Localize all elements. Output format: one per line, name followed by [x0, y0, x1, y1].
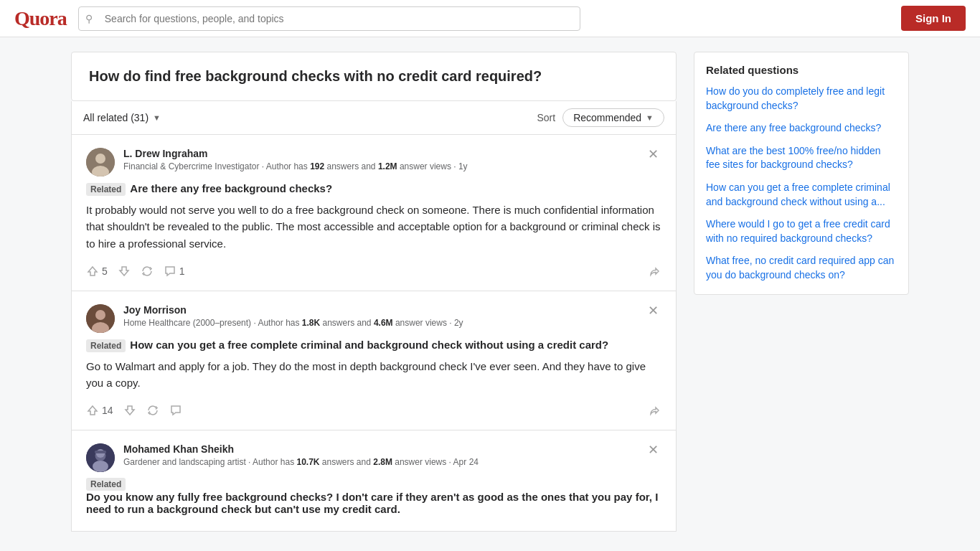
upvote-count: 14	[102, 405, 113, 416]
svg-rect-9	[95, 451, 106, 453]
upvote-button[interactable]: 14	[86, 401, 113, 420]
related-badge: Related	[86, 183, 126, 196]
answer-header: L. Drew Ingraham Financial & Cybercrime …	[86, 148, 661, 176]
answer-text: It probably would not serve you well to …	[86, 202, 661, 252]
related-question[interactable]: How can you get a free complete criminal…	[130, 339, 608, 351]
header: Quora ⚲ Sign In	[0, 0, 980, 37]
reshare-button[interactable]	[146, 401, 159, 420]
answers-list: L. Drew Ingraham Financial & Cybercrime …	[71, 135, 677, 532]
question-card: How do find free background checks with …	[71, 52, 677, 101]
share-icon	[649, 265, 661, 278]
header-right: Sign In	[901, 6, 966, 31]
related-question-link[interactable]: Where would I go to get a free credit ca…	[706, 217, 897, 245]
avatar	[86, 148, 115, 176]
share-button[interactable]	[649, 401, 661, 420]
related-row: Related How can you get a free complete …	[86, 339, 661, 352]
related-question[interactable]: Do you know any fully free background ch…	[86, 491, 661, 515]
avatar	[86, 304, 115, 333]
related-badge: Related	[86, 478, 126, 491]
related-questions-card: Related questions How do you do complete…	[694, 52, 909, 295]
upvote-icon	[86, 265, 99, 278]
author-meta: Home Healthcare (2000–present) · Author …	[123, 317, 463, 329]
dismiss-button[interactable]: ✕	[645, 304, 661, 317]
svg-point-4	[95, 310, 105, 320]
quora-logo: Quora	[14, 7, 67, 30]
downvote-button[interactable]	[123, 401, 136, 420]
chevron-down-icon: ▼	[153, 113, 161, 122]
comment-button[interactable]: 1	[164, 262, 185, 281]
downvote-button[interactable]	[118, 262, 131, 281]
all-related-label: All related (31)	[83, 112, 149, 123]
related-badge: Related	[86, 339, 126, 352]
author-info: Mohamed Khan Sheikh Gardener and landsca…	[86, 443, 479, 472]
author-details: Joy Morrison Home Healthcare (2000–prese…	[123, 304, 463, 329]
right-sidebar: Related questions How do you do complete…	[694, 52, 909, 295]
related-question-link[interactable]: What are the best 100% free/no hidden fe…	[706, 144, 897, 172]
author-details: L. Drew Ingraham Financial & Cybercrime …	[123, 148, 468, 173]
svg-point-10	[93, 461, 108, 472]
search-bar-container: ⚲	[78, 6, 580, 31]
related-question-link[interactable]: What free, no credit card required app c…	[706, 254, 897, 282]
related-question-link[interactable]: Are there any free background checks?	[706, 121, 897, 136]
avatar	[86, 443, 115, 472]
upvote-icon	[86, 404, 99, 417]
share-icon	[649, 404, 661, 417]
chevron-down-icon: ▼	[646, 113, 654, 122]
all-related-filter[interactable]: All related (31) ▼	[83, 112, 161, 123]
author-details: Mohamed Khan Sheikh Gardener and landsca…	[123, 443, 479, 468]
question-title: How do find free background checks with …	[89, 67, 659, 86]
related-question-link[interactable]: How can you get a free complete criminal…	[706, 181, 897, 209]
answer-text: Go to Walmart and apply for a job. They …	[86, 358, 661, 392]
sign-in-button[interactable]: Sign In	[901, 6, 966, 31]
answer-card: Mohamed Khan Sheikh Gardener and landsca…	[71, 430, 677, 532]
main-layout: How do find free background checks with …	[60, 37, 920, 546]
comment-icon	[164, 265, 176, 278]
share-button[interactable]	[649, 262, 661, 281]
search-input[interactable]	[78, 6, 580, 31]
related-row: Related Are there any free background ch…	[86, 182, 661, 196]
author-name[interactable]: Mohamed Khan Sheikh	[123, 443, 479, 455]
author-meta: Gardener and landscaping artist · Author…	[123, 456, 479, 468]
author-meta: Financial & Cybercrime Investigator · Au…	[123, 161, 468, 173]
answer-header: Joy Morrison Home Healthcare (2000–prese…	[86, 304, 661, 333]
reshare-button[interactable]	[141, 262, 154, 281]
related-question-link[interactable]: How do you do completely free and legit …	[706, 85, 897, 113]
answer-actions: 14	[86, 401, 661, 420]
reshare-icon	[146, 404, 159, 417]
downvote-icon	[123, 404, 136, 417]
answer-actions: 5	[86, 262, 661, 281]
author-name[interactable]: L. Drew Ingraham	[123, 148, 468, 159]
sort-value: Recommended	[573, 112, 641, 123]
related-questions-title: Related questions	[706, 64, 897, 76]
left-column: How do find free background checks with …	[71, 52, 677, 532]
comment-icon	[169, 404, 182, 417]
author-info: L. Drew Ingraham Financial & Cybercrime …	[86, 148, 468, 176]
comment-count: 1	[179, 265, 185, 277]
filters-bar: All related (31) ▼ Sort Recommended ▼	[71, 101, 677, 135]
answer-header: Mohamed Khan Sheikh Gardener and landsca…	[86, 443, 661, 472]
related-row: Related Do you know any fully free backg…	[86, 478, 661, 515]
author-info: Joy Morrison Home Healthcare (2000–prese…	[86, 304, 463, 333]
answer-card: L. Drew Ingraham Financial & Cybercrime …	[71, 135, 677, 291]
reshare-icon	[141, 265, 154, 278]
related-question[interactable]: Are there any free background checks?	[130, 182, 332, 194]
dismiss-button[interactable]: ✕	[645, 148, 661, 161]
upvote-button[interactable]: 5	[86, 262, 108, 281]
search-icon: ⚲	[85, 13, 93, 24]
sort-label: Sort	[537, 112, 555, 123]
sort-dropdown[interactable]: Recommended ▼	[562, 108, 664, 127]
author-name[interactable]: Joy Morrison	[123, 304, 463, 316]
upvote-count: 5	[102, 265, 108, 277]
answer-card: Joy Morrison Home Healthcare (2000–prese…	[71, 291, 677, 431]
svg-point-1	[95, 154, 105, 164]
comment-button[interactable]	[169, 401, 182, 420]
sort-wrap: Sort Recommended ▼	[537, 108, 664, 127]
downvote-icon	[118, 265, 131, 278]
dismiss-button[interactable]: ✕	[645, 443, 661, 456]
